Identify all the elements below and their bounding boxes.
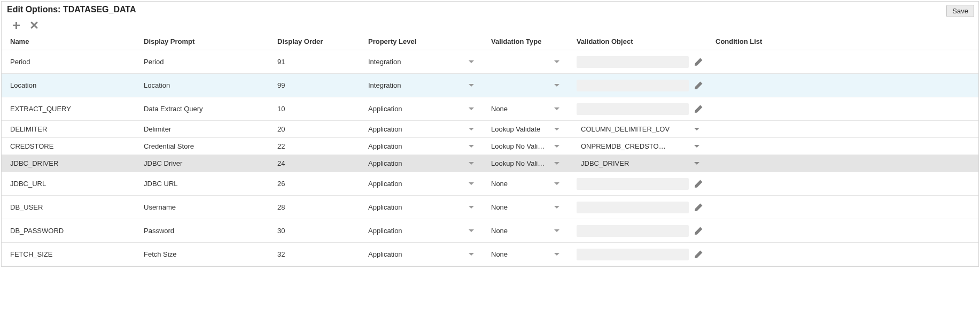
table-row[interactable]: DB_USERUsername28ApplicationNone: [2, 196, 978, 219]
property-level-dropdown[interactable]: Application: [368, 105, 478, 113]
cell-order[interactable]: 10: [269, 97, 360, 121]
table-row[interactable]: JDBC_URLJDBC URL26ApplicationNone: [2, 172, 978, 196]
validation-type-dropdown[interactable]: None: [491, 203, 564, 211]
validation-object-dropdown[interactable]: JDBC_DRIVER: [577, 158, 703, 169]
cell-condition-list[interactable]: [707, 243, 978, 266]
cell-condition-list[interactable]: [707, 155, 978, 172]
cell-condition-list[interactable]: [707, 97, 978, 121]
validation-type-dropdown[interactable]: None: [491, 250, 564, 258]
table-row[interactable]: FETCH_SIZEFetch Size32ApplicationNone: [2, 243, 978, 266]
property-level-dropdown[interactable]: Application: [368, 142, 478, 150]
col-header-vtype[interactable]: Validation Type: [483, 33, 568, 50]
edit-icon[interactable]: [694, 81, 703, 90]
table-row[interactable]: EXTRACT_QUERYData Extract Query10Applica…: [2, 97, 978, 121]
cell-prompt[interactable]: Delimiter: [135, 121, 269, 138]
validation-type-value: Lookup No Vali…: [491, 159, 551, 167]
validation-type-dropdown[interactable]: [491, 84, 564, 87]
cell-name[interactable]: FETCH_SIZE: [2, 243, 135, 266]
cell-name[interactable]: Period: [2, 50, 135, 74]
validation-object-input[interactable]: [577, 249, 689, 260]
property-level-dropdown[interactable]: Application: [368, 227, 478, 235]
cell-condition-list[interactable]: [707, 219, 978, 243]
table-row[interactable]: PeriodPeriod91Integration: [2, 50, 978, 74]
edit-icon[interactable]: [694, 227, 703, 235]
cell-prompt[interactable]: Username: [135, 196, 269, 219]
cell-order[interactable]: 24: [269, 155, 360, 172]
cell-order[interactable]: 32: [269, 243, 360, 266]
cell-condition-list[interactable]: [707, 50, 978, 74]
property-level-dropdown[interactable]: Application: [368, 250, 478, 258]
edit-icon[interactable]: [694, 58, 703, 66]
table-row[interactable]: CREDSTORECredential Store22ApplicationLo…: [2, 138, 978, 155]
cell-name[interactable]: CREDSTORE: [2, 138, 135, 155]
cell-property-level: Application: [360, 121, 483, 138]
cell-name[interactable]: DELIMITER: [2, 121, 135, 138]
cell-prompt[interactable]: Data Extract Query: [135, 97, 269, 121]
edit-icon[interactable]: [694, 203, 703, 212]
cell-order[interactable]: 30: [269, 219, 360, 243]
validation-object-input[interactable]: [577, 202, 689, 213]
cell-order[interactable]: 99: [269, 74, 360, 97]
validation-object-dropdown[interactable]: ONPREMDB_CREDSTO…: [577, 141, 703, 152]
property-level-dropdown[interactable]: Application: [368, 180, 478, 188]
validation-object-input[interactable]: [577, 225, 689, 237]
table-row[interactable]: LocationLocation99Integration: [2, 74, 978, 97]
add-icon[interactable]: [11, 20, 21, 30]
save-button[interactable]: Save: [946, 5, 974, 17]
validation-type-dropdown[interactable]: None: [491, 180, 564, 188]
cell-prompt[interactable]: Fetch Size: [135, 243, 269, 266]
delete-icon[interactable]: [29, 20, 39, 30]
cell-prompt[interactable]: JDBC Driver: [135, 155, 269, 172]
chevron-down-icon: [469, 162, 474, 165]
table-row[interactable]: JDBC_DRIVERJDBC Driver24ApplicationLooku…: [2, 155, 978, 172]
cell-name[interactable]: EXTRACT_QUERY: [2, 97, 135, 121]
validation-object-input[interactable]: [577, 56, 689, 68]
property-level-dropdown[interactable]: Application: [368, 125, 478, 133]
col-header-name[interactable]: Name: [2, 33, 135, 50]
cell-name[interactable]: JDBC_DRIVER: [2, 155, 135, 172]
table-row[interactable]: DB_PASSWORDPassword30ApplicationNone: [2, 219, 978, 243]
cell-order[interactable]: 28: [269, 196, 360, 219]
col-header-prompt[interactable]: Display Prompt: [135, 33, 269, 50]
edit-icon[interactable]: [694, 180, 703, 188]
cell-order[interactable]: 26: [269, 172, 360, 196]
cell-name[interactable]: DB_PASSWORD: [2, 219, 135, 243]
validation-type-dropdown[interactable]: Lookup Validate: [491, 125, 564, 133]
validation-object-input[interactable]: [577, 178, 689, 190]
cell-condition-list[interactable]: [707, 74, 978, 97]
property-level-dropdown[interactable]: Application: [368, 159, 478, 167]
cell-name[interactable]: Location: [2, 74, 135, 97]
validation-object-input[interactable]: [577, 80, 689, 91]
cell-order[interactable]: 20: [269, 121, 360, 138]
col-header-plevel[interactable]: Property Level: [360, 33, 483, 50]
cell-condition-list[interactable]: [707, 121, 978, 138]
property-level-dropdown[interactable]: Application: [368, 203, 478, 211]
cell-name[interactable]: JDBC_URL: [2, 172, 135, 196]
validation-object-input[interactable]: [577, 103, 689, 115]
cell-condition-list[interactable]: [707, 196, 978, 219]
cell-prompt[interactable]: Credential Store: [135, 138, 269, 155]
table-row[interactable]: DELIMITERDelimiter20ApplicationLookup Va…: [2, 121, 978, 138]
edit-icon[interactable]: [694, 105, 703, 113]
col-header-order[interactable]: Display Order: [269, 33, 360, 50]
cell-order[interactable]: 22: [269, 138, 360, 155]
cell-prompt[interactable]: Password: [135, 219, 269, 243]
cell-name[interactable]: DB_USER: [2, 196, 135, 219]
cell-order[interactable]: 91: [269, 50, 360, 74]
validation-type-dropdown[interactable]: Lookup No Vali…: [491, 159, 564, 167]
validation-object-dropdown[interactable]: COLUMN_DELIMITER_LOV: [577, 124, 703, 135]
cell-condition-list[interactable]: [707, 172, 978, 196]
cell-prompt[interactable]: Period: [135, 50, 269, 74]
validation-type-dropdown[interactable]: [491, 60, 564, 63]
edit-icon[interactable]: [694, 250, 703, 259]
col-header-vobj[interactable]: Validation Object: [568, 33, 707, 50]
validation-type-dropdown[interactable]: Lookup No Vali…: [491, 142, 564, 150]
property-level-dropdown[interactable]: Integration: [368, 58, 478, 66]
cell-condition-list[interactable]: [707, 138, 978, 155]
cell-prompt[interactable]: JDBC URL: [135, 172, 269, 196]
validation-type-dropdown[interactable]: None: [491, 227, 564, 235]
col-header-cond[interactable]: Condition List: [707, 33, 978, 50]
cell-prompt[interactable]: Location: [135, 74, 269, 97]
validation-type-dropdown[interactable]: None: [491, 105, 564, 113]
property-level-dropdown[interactable]: Integration: [368, 81, 478, 89]
